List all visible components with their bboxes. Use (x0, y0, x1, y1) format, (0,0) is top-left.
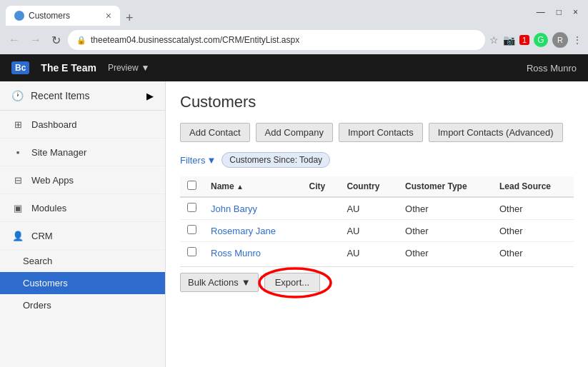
user-name: Ross Munro (527, 63, 577, 74)
bulk-actions-label: Bulk Actions (188, 277, 239, 288)
bulk-actions-btn[interactable]: Bulk Actions ▼ (180, 273, 259, 292)
sidebar-item-site-manager[interactable]: ▪ Site Manager (0, 139, 165, 166)
crm-icon: 👤 (11, 229, 24, 242)
preview-label: Preview (108, 63, 139, 73)
table-footer: Bulk Actions ▼ Export... (180, 266, 574, 298)
sidebar-sub-orders[interactable]: Orders (0, 294, 165, 316)
sidebar: 🕐 Recent Items ▶ ⊞ Dashboard ▪ Site Mana… (0, 81, 166, 367)
row-checkbox-cell (180, 197, 204, 220)
orders-sub-label: Orders (23, 300, 51, 311)
row-country: AU (339, 220, 398, 242)
contacts-table: Name ▲ City Country Customer Type Lead S… (180, 176, 574, 263)
row-name: Rosemary Jane (204, 220, 302, 242)
row-checkbox[interactable] (187, 203, 196, 212)
table-row: Ross Munro AU Other Other (180, 242, 574, 264)
table-row: John Baryy AU Other Other (180, 197, 574, 220)
sidebar-item-web-apps-label: Web Apps (31, 175, 74, 186)
filter-chevron: ▼ (206, 155, 216, 166)
tab-favicon (14, 11, 24, 21)
row-customer-type: Other (398, 242, 492, 264)
row-country: AU (339, 242, 398, 264)
row-checkbox[interactable] (187, 225, 196, 234)
row-customer-type: Other (398, 220, 492, 242)
sidebar-item-dashboard-label: Dashboard (31, 119, 77, 130)
th-checkbox (180, 176, 204, 197)
tab-close-btn[interactable]: × (106, 11, 111, 21)
site-manager-icon: ▪ (11, 146, 24, 159)
contact-name-link[interactable]: John Baryy (211, 203, 257, 214)
th-lead-source: Lead Source (492, 176, 574, 197)
menu-btn[interactable]: ⋮ (572, 34, 582, 46)
sidebar-recent-items[interactable]: 🕐 Recent Items ▶ (0, 81, 165, 111)
preview-btn[interactable]: Preview ▼ (108, 63, 150, 73)
sidebar-item-modules[interactable]: ▣ Modules (0, 194, 165, 222)
page-title: Customers (180, 93, 574, 111)
clock-icon: 🕐 (11, 90, 24, 101)
row-checkbox-cell (180, 220, 204, 242)
select-all-checkbox[interactable] (187, 181, 196, 190)
ext1-btn[interactable]: 1 (519, 35, 529, 45)
sidebar-item-dashboard[interactable]: ⊞ Dashboard (0, 111, 165, 139)
sidebar-item-crm-label: CRM (31, 231, 53, 241)
bookmark-btn[interactable]: ☆ (489, 34, 499, 46)
contact-name-link[interactable]: Rosemary Jane (211, 226, 276, 236)
add-company-btn[interactable]: Add Company (256, 123, 333, 142)
row-city (302, 242, 340, 264)
restore-btn[interactable]: □ (552, 6, 566, 19)
ext2-btn[interactable]: G (534, 33, 548, 47)
table-row: Rosemary Jane AU Other Other (180, 220, 574, 242)
row-lead-source: Other (492, 197, 574, 220)
app-header: Bc The E Team Preview ▼ Ross Munro (0, 54, 588, 81)
address-bar[interactable]: 🔒 theeteam04.businesscatalyst.com/CRM/En… (68, 30, 485, 50)
import-contacts-advanced-btn[interactable]: Import Contacts (Advanced) (429, 123, 563, 142)
row-name: Ross Munro (204, 242, 302, 264)
bulk-actions-chevron: ▼ (241, 277, 251, 288)
th-city: City (302, 176, 340, 197)
row-city (302, 197, 340, 220)
export-btn-wrapper: Export... (264, 273, 320, 292)
sidebar-sub-search[interactable]: Search (0, 250, 165, 272)
dashboard-icon: ⊞ (11, 118, 24, 131)
row-checkbox[interactable] (187, 247, 196, 256)
url-display: theeteam04.businesscatalyst.com/CRM/Enti… (91, 35, 477, 45)
th-country: Country (339, 176, 398, 197)
th-customer-type: Customer Type (398, 176, 492, 197)
row-city (302, 220, 340, 242)
close-btn[interactable]: × (569, 6, 582, 19)
row-lead-source: Other (492, 220, 574, 242)
site-name: The E Team (41, 62, 96, 74)
screenshot-btn[interactable]: 📷 (503, 34, 515, 46)
sidebar-item-crm[interactable]: 👤 CRM (0, 222, 165, 250)
preview-chevron: ▼ (141, 63, 150, 73)
filter-bar: Filters ▼ Customers Since: Today (180, 152, 574, 168)
recent-items-label: Recent Items (31, 90, 89, 101)
filter-since: Customers Since: Today (221, 152, 330, 168)
contact-name-link[interactable]: Ross Munro (211, 248, 261, 258)
filter-link[interactable]: Filters ▼ (180, 155, 216, 166)
import-contacts-btn[interactable]: Import Contacts (339, 123, 423, 142)
row-country: AU (339, 197, 398, 220)
web-apps-icon: ⊟ (11, 174, 24, 186)
avatar-btn[interactable]: R (552, 32, 568, 48)
bc-logo: Bc (11, 61, 29, 74)
sort-arrow: ▲ (236, 183, 244, 191)
back-btn[interactable]: ← (6, 32, 23, 48)
filter-label: Filters (180, 155, 205, 166)
forward-btn[interactable]: → (27, 32, 44, 48)
action-buttons: Add Contact Add Company Import Contacts … (180, 123, 574, 142)
browser-tab[interactable]: Customers × (6, 6, 120, 26)
new-tab-btn[interactable]: + (120, 11, 139, 26)
minimize-btn[interactable]: — (532, 6, 549, 19)
customers-sub-label: Customers (23, 278, 68, 288)
main-content: Customers Add Contact Add Company Import… (166, 81, 588, 367)
recent-items-chevron: ▶ (146, 91, 154, 101)
sidebar-sub-customers[interactable]: Customers (0, 272, 165, 294)
refresh-btn[interactable]: ↻ (49, 32, 64, 49)
row-customer-type: Other (398, 197, 492, 220)
add-contact-btn[interactable]: Add Contact (180, 123, 250, 142)
lock-icon: 🔒 (76, 36, 86, 45)
sidebar-item-web-apps[interactable]: ⊟ Web Apps (0, 166, 165, 194)
row-lead-source: Other (492, 242, 574, 264)
export-btn[interactable]: Export... (264, 273, 320, 292)
modules-icon: ▣ (11, 201, 24, 214)
